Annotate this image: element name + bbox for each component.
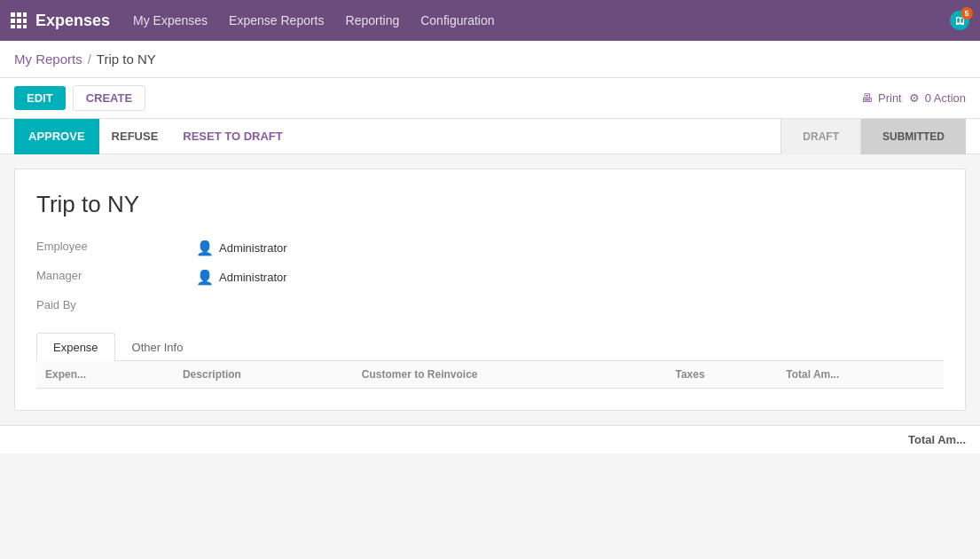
refuse-button[interactable]: REFUSE xyxy=(99,122,171,150)
expense-table-wrapper: Expen... Description Customer to Reinvoi… xyxy=(36,361,944,389)
nav-configuration[interactable]: Configuration xyxy=(419,10,496,31)
grid-icon[interactable] xyxy=(11,12,27,28)
col-taxes: Taxes xyxy=(667,361,778,389)
breadcrumb-parent[interactable]: My Reports xyxy=(14,51,82,67)
status-steps: DRAFT SUBMITTED xyxy=(780,119,966,154)
topnav-right: 🕮 5 xyxy=(950,11,969,30)
fields-grid: Employee 👤 Administrator Manager 👤 Admin… xyxy=(36,236,944,315)
report-title: Trip to NY xyxy=(36,191,944,218)
main-content: Trip to NY Employee 👤 Administrator Mana… xyxy=(0,169,980,411)
action-dropdown[interactable]: ⚙ 0 Action xyxy=(909,91,966,105)
total-label: Total Am... xyxy=(908,433,966,446)
tab-other-info[interactable]: Other Info xyxy=(115,333,200,361)
create-button[interactable]: CREATE xyxy=(73,85,145,111)
top-navigation: Expenses My Expenses Expense Reports Rep… xyxy=(0,0,980,41)
breadcrumb-current: Trip to NY xyxy=(97,51,156,67)
svg-rect-3 xyxy=(11,19,15,23)
svg-rect-5 xyxy=(23,19,27,23)
notification-count: 5 xyxy=(960,7,973,20)
toolbar: EDIT CREATE 🖶 Print ⚙ 0 Action xyxy=(0,78,980,119)
col-total: Total Am... xyxy=(777,361,944,389)
tab-expense[interactable]: Expense xyxy=(36,333,115,361)
edit-button[interactable]: EDIT xyxy=(14,86,66,110)
svg-rect-4 xyxy=(17,19,21,23)
svg-rect-1 xyxy=(17,12,21,17)
status-draft: DRAFT xyxy=(780,119,860,154)
status-submitted: SUBMITTED xyxy=(860,119,966,154)
manager-label: Manager xyxy=(36,265,196,289)
paidby-label: Paid By xyxy=(36,295,196,315)
nav-reporting[interactable]: Reporting xyxy=(344,10,402,31)
app-brand: Expenses xyxy=(35,12,110,30)
employee-name: Administrator xyxy=(219,241,287,255)
manager-value: 👤 Administrator xyxy=(196,265,944,289)
expense-table: Expen... Description Customer to Reinvoi… xyxy=(36,361,944,389)
nav-my-expenses[interactable]: My Expenses xyxy=(131,10,209,31)
employee-label: Employee xyxy=(36,236,196,260)
table-header-row: Expen... Description Customer to Reinvoi… xyxy=(36,361,944,389)
print-label: Print xyxy=(878,91,902,105)
manager-icon: 👤 xyxy=(196,269,214,286)
col-expense: Expen... xyxy=(36,361,174,389)
reset-to-draft-button[interactable]: RESET TO DRAFT xyxy=(170,122,294,150)
paidby-value[interactable] xyxy=(196,295,944,315)
employee-icon: 👤 xyxy=(196,240,214,256)
content-card: Trip to NY Employee 👤 Administrator Mana… xyxy=(14,169,966,411)
nav-expense-reports[interactable]: Expense Reports xyxy=(227,10,325,31)
print-action[interactable]: 🖶 Print xyxy=(861,91,902,105)
approve-button[interactable]: APPROVE xyxy=(14,119,99,154)
nav-links: My Expenses Expense Reports Reporting Co… xyxy=(131,10,950,31)
col-customer: Customer to Reinvoice xyxy=(353,361,667,389)
breadcrumb-separator: / xyxy=(88,51,91,67)
svg-rect-8 xyxy=(23,25,27,28)
notification-badge[interactable]: 🕮 5 xyxy=(950,11,969,30)
tabs: Expense Other Info xyxy=(36,333,944,361)
action-label: 0 Action xyxy=(925,91,966,105)
breadcrumb: My Reports / Trip to NY xyxy=(0,41,980,78)
svg-rect-7 xyxy=(17,25,21,28)
employee-value: 👤 Administrator xyxy=(196,236,944,260)
total-footer: Total Am... xyxy=(0,425,980,453)
statusbar: APPROVE REFUSE RESET TO DRAFT DRAFT SUBM… xyxy=(0,119,980,154)
svg-rect-2 xyxy=(23,12,27,17)
col-description: Description xyxy=(174,361,353,389)
svg-rect-6 xyxy=(11,25,15,28)
svg-rect-0 xyxy=(11,12,15,17)
manager-name: Administrator xyxy=(219,271,287,284)
